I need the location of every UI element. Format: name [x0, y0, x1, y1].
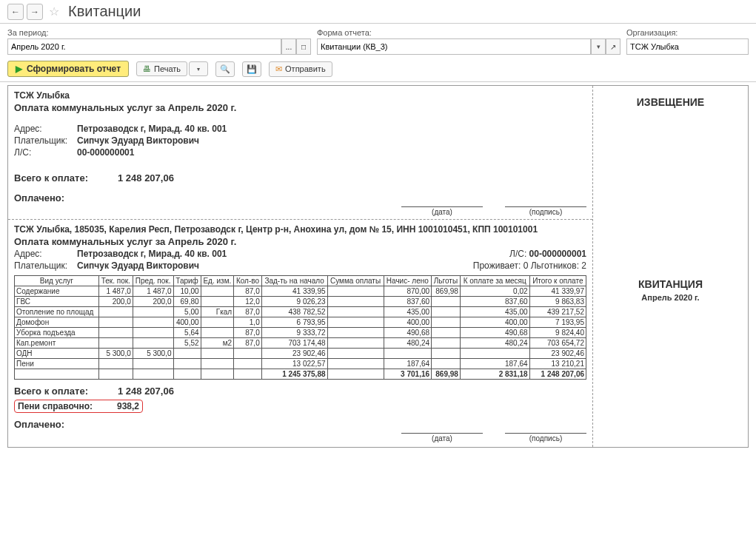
peni-box: Пени справочно:938,2	[14, 400, 143, 413]
total-label-top: Всего к оплате:	[14, 172, 118, 184]
sign-sigline-top: (подпись)	[505, 206, 586, 216]
date-sigline-top: (дата)	[401, 206, 483, 216]
ls-label: Л/С:	[14, 147, 77, 158]
addr-value: Петрозаводск г, Мира,д. 40 кв. 001	[77, 124, 227, 134]
receipt-title: КВИТАНЦИЯ	[598, 278, 743, 290]
th-acc: Начис- лено	[384, 276, 431, 286]
th-permonth: К оплате за месяц	[460, 276, 529, 286]
period-label: За период:	[7, 28, 311, 37]
payer-label: Плательщик:	[14, 135, 77, 146]
date-sigline-b: (дата)	[401, 433, 483, 443]
sign-sigline-b: (подпись)	[505, 433, 586, 443]
back-button[interactable]: ←	[7, 4, 24, 20]
heading-bottom: Оплата коммунальных услуг за Апрель 2020…	[14, 236, 586, 247]
addr-value-b: Петрозаводск г, Мира,д. 40 кв. 001	[77, 249, 227, 259]
paid-label-top: Оплачено:	[14, 192, 586, 203]
total-label-b: Всего к оплате:	[14, 386, 118, 397]
ls-label-b: Л/С:	[509, 249, 526, 259]
payer-label-b: Плательщик:	[14, 260, 77, 271]
th-prev: Пред. пок.	[133, 276, 173, 286]
th-service: Вид услуг	[15, 276, 99, 286]
save-button[interactable]: 💾	[242, 61, 261, 77]
table-row: Содержание1 487,01 487,010,0087,041 339,…	[15, 286, 586, 297]
table-total-row: 1 245 375,883 701,16869,982 831,181 248 …	[15, 369, 586, 380]
th-unit: Ед. изм.	[201, 276, 234, 286]
play-icon: ▶	[16, 64, 22, 74]
report-container: ТСЖ Улыбка Оплата коммунальных услуг за …	[7, 85, 749, 448]
send-label: Отправить	[285, 64, 326, 73]
paid-label-b: Оплачено:	[14, 419, 586, 430]
th-qty: Кол-во	[234, 276, 262, 286]
form-label: Форма отчета:	[317, 28, 620, 37]
total-value-top: 1 248 207,06	[118, 172, 174, 184]
table-row: ГВС200,0200,069,8012,09 026,23837,60837,…	[15, 297, 586, 307]
table-row: Пени13 022,57187,64187,6413 210,21	[15, 359, 586, 369]
th-total: Итого к оплате	[529, 276, 586, 286]
table-row: Домофон400,001,06 793,95400,00400,007 19…	[15, 317, 586, 328]
form-dropdown-button[interactable]: ▾	[591, 38, 606, 55]
form-open-button[interactable]: ↗	[606, 38, 620, 55]
period-picker-button[interactable]: ...	[281, 38, 296, 55]
form-input[interactable]	[317, 38, 591, 55]
th-tariff: Тариф	[173, 276, 201, 286]
th-cur: Тек. пок.	[98, 276, 133, 286]
peni-value: 938,2	[117, 401, 139, 411]
run-report-label: Сформировать отчет	[27, 64, 121, 74]
table-row: ОДН5 300,05 300,023 902,4623 902,46	[15, 349, 586, 359]
payer-value: Сипчук Эдуард Викторович	[77, 135, 199, 146]
table-row: Кап.ремонт5,52м287,0703 174,48480,24480,…	[15, 338, 586, 349]
th-debt: Зад-ть на начало	[261, 276, 327, 286]
printer-icon: 🖶	[143, 64, 151, 73]
period-clear-button[interactable]: □	[296, 38, 311, 55]
receipt-period: Апрель 2020 г.	[598, 293, 743, 302]
print-label: Печать	[154, 64, 181, 73]
forward-button[interactable]: →	[27, 4, 43, 20]
payer-value-b: Сипчук Эдуард Викторович	[77, 260, 199, 271]
page-title: Квитанции	[68, 3, 141, 20]
addr-label: Адрес:	[14, 124, 77, 134]
save-icon: 💾	[247, 64, 257, 74]
ls-value-b: 00-000000001	[529, 249, 586, 259]
notice-title: ИЗВЕЩЕНИЕ	[598, 96, 743, 108]
magnifier-icon: 🔍	[220, 64, 230, 74]
total-value-b: 1 248 207,06	[118, 386, 174, 397]
org-label: Организация:	[626, 28, 749, 37]
print-dropdown-button[interactable]: ▾	[189, 61, 208, 76]
org-input[interactable]	[626, 38, 749, 55]
addr-label-b: Адрес:	[14, 249, 77, 259]
send-button[interactable]: ✉ Отправить	[269, 61, 332, 77]
period-input[interactable]	[7, 38, 281, 55]
org-name: ТСЖ Улыбка	[14, 90, 586, 101]
envelope-icon: ✉	[275, 64, 282, 74]
ls-value: 00-000000001	[77, 147, 134, 158]
print-button[interactable]: 🖶 Печать	[136, 61, 187, 76]
th-sum: Сумма оплаты	[327, 276, 384, 286]
run-report-button[interactable]: ▶ Сформировать отчет	[7, 61, 129, 77]
heading-top: Оплата коммунальных услуг за Апрель 2020…	[14, 102, 586, 113]
peni-label: Пени справочно:	[18, 401, 117, 411]
services-table: Вид услуг Тек. пок. Пред. пок. Тариф Ед.…	[14, 275, 586, 380]
preview-button[interactable]: 🔍	[215, 61, 235, 77]
table-row: Отопление по площад5,00Гкал87,0438 782,5…	[15, 307, 586, 317]
table-row: Уборка подъезда5,6487,09 333,72490,68490…	[15, 328, 586, 338]
favorite-icon[interactable]: ☆	[49, 4, 59, 18]
th-lgot: Льготы	[432, 276, 461, 286]
living-info: Проживает: 0 Льготников: 2	[473, 260, 586, 271]
org-full: ТСЖ Улыбка, 185035, Карелия Респ, Петроз…	[14, 224, 586, 235]
